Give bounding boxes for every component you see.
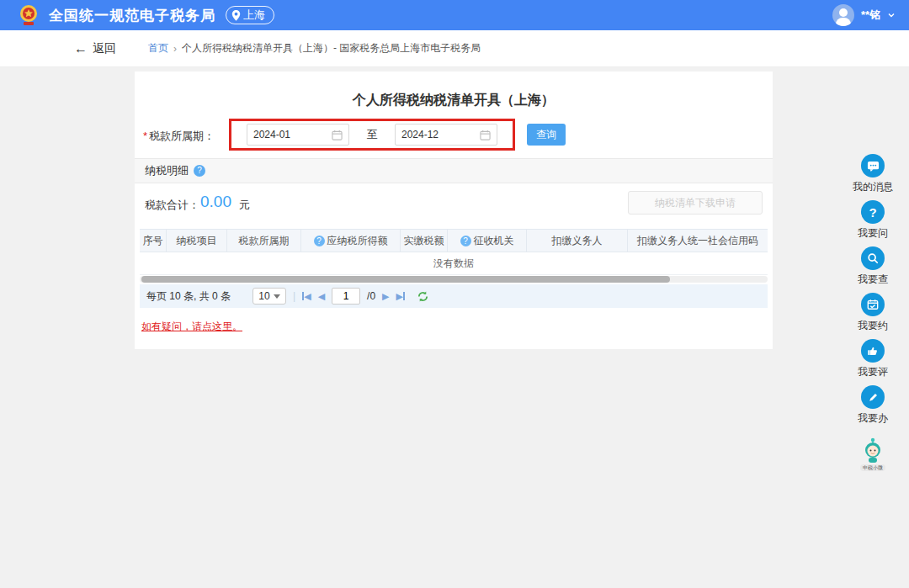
sidebar-item-appointment[interactable]: 我要约 <box>858 293 888 333</box>
scrollbar-thumb[interactable] <box>141 276 670 283</box>
section-title: 纳税明细 <box>145 163 189 178</box>
mascot-icon <box>860 437 885 464</box>
total-unit: 元 <box>239 198 250 213</box>
help-icon[interactable]: ? <box>314 236 325 246</box>
total-row: 税款合计： 0.00 元 纳税清单下载申请 <box>135 189 773 218</box>
sidebar-item-messages[interactable]: 我的消息 <box>853 154 893 194</box>
back-arrow-icon: ← <box>74 41 88 56</box>
floating-sidebar: 我的消息 ? 我要问 我要查 我要约 <box>848 154 897 471</box>
horizontal-scrollbar[interactable] <box>140 276 768 283</box>
question-help-link[interactable]: 如有疑问，请点这里。 <box>141 320 242 334</box>
tax-emblem-logo <box>17 3 40 27</box>
location-pin-icon <box>231 10 241 21</box>
page-size-value: 10 <box>258 290 269 302</box>
user-menu[interactable]: **铭 <box>832 4 896 26</box>
page-number-input[interactable] <box>332 288 360 305</box>
col-tax-item: 纳税项目 <box>167 230 227 252</box>
user-name: **铭 <box>861 8 880 23</box>
pencil-icon <box>861 385 885 409</box>
app-title: 全国统一规范电子税务局 <box>49 6 215 25</box>
date-to-input[interactable]: 2024-12 <box>395 124 497 146</box>
last-page-button[interactable]: ▶ <box>396 291 405 302</box>
table-header-row: 序号 纳税项目 税款所属期 ? 应纳税所得额 实缴税额 ? 征收机关 扣缴义务人… <box>140 229 768 252</box>
breadcrumb-current: 个人所得税纳税清单开具（上海）- 国家税务总局上海市电子税务局 <box>182 41 481 56</box>
col-tax-period: 税款所属期 <box>227 230 301 252</box>
question-mark-icon: ? <box>861 200 885 224</box>
sidebar-item-label: 我要约 <box>858 319 888 333</box>
caret-down-icon <box>274 294 280 299</box>
to-label: 至 <box>367 127 378 142</box>
sidebar-item-ask[interactable]: ? 我要问 <box>858 200 888 241</box>
sidebar-item-label: 我要查 <box>858 273 888 287</box>
date-to-value: 2024-12 <box>401 129 439 140</box>
col-taxable-income: ? 应纳税所得额 <box>301 230 401 252</box>
chat-bubble-icon <box>861 154 885 177</box>
required-mark: * <box>143 130 147 142</box>
table-empty-row: 没有数据 <box>140 252 768 275</box>
first-page-button[interactable]: ◀ <box>302 291 311 302</box>
calendar-icon <box>861 293 885 316</box>
main-panel: 个人所得税纳税清单开具（上海） *税款所属期： 2024-01 至 2024-1… <box>135 72 773 349</box>
col-tax-paid: 实缴税额 <box>401 230 448 252</box>
location-label: 上海 <box>243 8 265 23</box>
sidebar-item-review[interactable]: 我要评 <box>858 339 888 379</box>
back-button[interactable]: ← 返回 <box>74 41 116 56</box>
sidebar-item-label: 我的消息 <box>853 180 893 194</box>
page-size-select[interactable]: 10 <box>252 288 286 305</box>
calendar-icon <box>480 130 491 140</box>
help-icon[interactable]: ? <box>194 165 205 177</box>
sidebar-item-handle[interactable]: 我要办 <box>858 385 888 426</box>
tax-detail-table: 序号 纳税项目 税款所属期 ? 应纳税所得额 实缴税额 ? 征收机关 扣缴义务人… <box>140 229 768 283</box>
date-from-input[interactable]: 2024-01 <box>247 124 349 146</box>
refresh-icon[interactable] <box>417 290 429 303</box>
chevron-down-icon <box>887 11 896 19</box>
user-avatar <box>832 4 854 26</box>
col-seq: 序号 <box>140 230 167 252</box>
calendar-icon <box>332 130 343 140</box>
thumbs-up-icon <box>861 339 885 363</box>
help-icon[interactable]: ? <box>460 236 471 246</box>
location-selector[interactable]: 上海 <box>226 6 274 24</box>
pagination-summary: 每页 10 条, 共 0 条 <box>146 289 231 304</box>
tax-detail-section-header: 纳税明细 ? <box>135 158 773 183</box>
tax-period-label: *税款所属期： <box>143 129 215 144</box>
sidebar-item-label: 我要评 <box>858 365 888 379</box>
col-withholding-agent: 扣缴义务人 <box>527 230 628 252</box>
back-label: 返回 <box>93 41 116 56</box>
date-from-value: 2024-01 <box>253 129 290 140</box>
page-total: /0 <box>367 290 375 302</box>
col-authority: ? 征收机关 <box>448 230 527 252</box>
total-value: 0.00 <box>200 193 231 211</box>
breadcrumb-home-link[interactable]: 首页 <box>148 41 168 56</box>
query-button[interactable]: 查询 <box>527 124 566 146</box>
breadcrumb: 首页 › 个人所得税纳税清单开具（上海）- 国家税务总局上海市电子税务局 <box>148 41 481 56</box>
pagination-divider: | <box>293 290 295 302</box>
app-header: 全国统一规范电子税务局 上海 **铭 <box>0 0 909 30</box>
sidebar-item-search[interactable]: 我要查 <box>858 246 888 287</box>
prev-page-button[interactable]: ◀ <box>318 291 325 302</box>
mascot-label: 申税小微 <box>860 464 885 471</box>
download-request-button[interactable]: 纳税清单下载申请 <box>628 191 763 215</box>
breadcrumb-separator: › <box>173 43 177 55</box>
tax-period-highlight-box: 2024-01 至 2024-12 <box>229 119 515 151</box>
pagination-bar: 每页 10 条, 共 0 条 10 | ◀ ◀ /0 ▶ ▶ <box>140 284 768 308</box>
col-agent-credit-code: 扣缴义务人统一社会信用码 <box>628 230 768 252</box>
assistant-mascot[interactable]: 申税小微 <box>860 437 885 471</box>
next-page-button[interactable]: ▶ <box>382 291 389 302</box>
total-label: 税款合计： <box>145 198 199 213</box>
search-icon <box>861 246 885 270</box>
page-title: 个人所得税纳税清单开具（上海） <box>135 92 773 109</box>
breadcrumb-bar: ← 返回 首页 › 个人所得税纳税清单开具（上海）- 国家税务总局上海市电子税务… <box>0 30 909 67</box>
sidebar-item-label: 我要办 <box>858 411 888 426</box>
sidebar-item-label: 我要问 <box>858 226 888 241</box>
